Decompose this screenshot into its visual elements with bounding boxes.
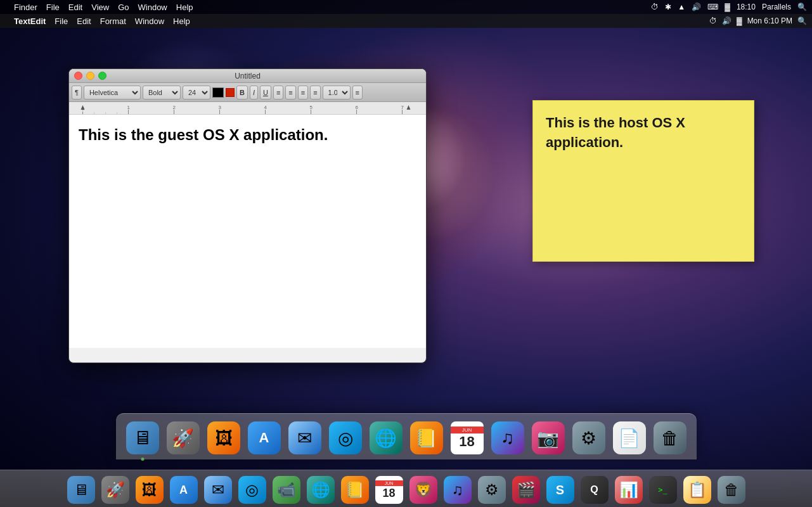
- text-color-swatch[interactable]: [212, 87, 224, 98]
- line-spacing-select[interactable]: 1.0: [323, 86, 351, 99]
- svg-text:5: 5: [310, 105, 313, 110]
- svg-text:1: 1: [127, 105, 131, 110]
- dock-itunes[interactable]: ♫: [489, 419, 527, 457]
- sys-menu-view[interactable]: View: [91, 3, 109, 12]
- dock-sysprefs[interactable]: ⚙: [570, 419, 608, 457]
- window-minimize-button[interactable]: [86, 72, 94, 80]
- sys-menu-file[interactable]: File: [46, 3, 60, 12]
- paragraph-style-button[interactable]: ¶: [72, 86, 82, 99]
- window-ruler: 0 1 2 3 4 5 6 7: [69, 102, 426, 115]
- document-area[interactable]: This is the guest OS X application.: [69, 115, 426, 348]
- sticky-note: This is the host OS X application.: [532, 100, 754, 262]
- app-volume-icon[interactable]: 🔊: [722, 16, 731, 25]
- app-datetime: Mon 6:10 PM: [747, 16, 792, 25]
- dock-launchpad[interactable]: 🚀: [164, 419, 202, 457]
- align-center-button[interactable]: ≡: [285, 86, 295, 99]
- app-menubar: TextEdit File Edit Format Window Help ⏱ …: [0, 14, 812, 28]
- dock-finder[interactable]: 🖥: [124, 419, 162, 457]
- dock-photos[interactable]: 🖼: [205, 419, 243, 457]
- app-time-machine-icon[interactable]: ⏱: [709, 16, 717, 25]
- calendar-sm-month: JUN: [375, 480, 403, 486]
- dock-calendar[interactable]: JUN 18: [448, 419, 486, 457]
- sys-search-icon[interactable]: 🔍: [797, 3, 807, 11]
- sys-menu-window[interactable]: Window: [138, 3, 167, 12]
- dock-appstore[interactable]: A: [245, 419, 283, 457]
- dock-sm-mail[interactable]: ✉: [202, 474, 234, 506]
- app-menu-window[interactable]: Window: [135, 16, 164, 26]
- app-menu-right: ⏱ 🔊 ▓ Mon 6:10 PM 🔍: [709, 16, 807, 25]
- list-style-button[interactable]: ≡: [352, 86, 363, 99]
- window-title: Untitled: [235, 72, 261, 80]
- dock-trash[interactable]: 🗑: [651, 419, 689, 457]
- highlight-color-swatch[interactable]: [226, 88, 235, 97]
- battery-icon[interactable]: ▓: [725, 3, 730, 11]
- dock-sm-facetime[interactable]: 📹: [271, 474, 302, 506]
- dock-sm-calendar[interactable]: JUN 18: [373, 474, 405, 506]
- bottom-dock: 🖥 🚀 🖼 A ✉ ◎ 📹 🌐 📒: [0, 470, 812, 507]
- app-menu-help[interactable]: Help: [173, 16, 190, 26]
- font-size-select[interactable]: 24: [183, 86, 210, 99]
- time-machine-icon[interactable]: ⏱: [651, 3, 659, 11]
- align-right-button[interactable]: ≡: [298, 86, 308, 99]
- dock-sm-safari[interactable]: ◎: [236, 474, 268, 506]
- window-maximize-button[interactable]: [98, 72, 106, 80]
- dock-sm-quicktime[interactable]: Q: [579, 474, 610, 506]
- calendar-month: JUN: [451, 427, 484, 433]
- window-toolbar: ¶ Helvetica Bold 24 B I U ≡ ≡ ≡ ≡ 1.0 ≡: [69, 83, 426, 102]
- sys-menu-go[interactable]: Go: [118, 3, 129, 12]
- window-close-button[interactable]: [74, 72, 82, 80]
- dock-sm-notes[interactable]: 📋: [681, 474, 713, 506]
- dock-iphoto[interactable]: 📷: [529, 419, 567, 457]
- sys-menu-finder[interactable]: Finder: [14, 3, 37, 12]
- parallels-label[interactable]: Parallels: [762, 3, 791, 11]
- dock-safari[interactable]: ◎: [326, 419, 364, 457]
- dock-globe[interactable]: 🌐: [367, 419, 405, 457]
- bluetooth-icon[interactable]: ✱: [665, 3, 671, 11]
- align-justify-button[interactable]: ≡: [310, 86, 320, 99]
- app-menu-format[interactable]: Format: [100, 16, 126, 26]
- dock-sm-activity[interactable]: 📊: [613, 474, 645, 506]
- italic-button[interactable]: I: [250, 86, 258, 99]
- sticky-note-text: This is the host OS X application.: [546, 113, 741, 153]
- dock-sm-addressbook[interactable]: 📒: [339, 474, 371, 506]
- svg-text:6: 6: [356, 105, 359, 110]
- dock-sm-globe[interactable]: 🌐: [305, 474, 337, 506]
- dock-sm-sysprefs[interactable]: ⚙: [476, 474, 508, 506]
- desktop: Finder File Edit View Go Window Help ⏱ ✱…: [0, 0, 812, 507]
- sys-menu-help[interactable]: Help: [176, 3, 193, 12]
- dock-sm-appstore[interactable]: A: [168, 474, 200, 506]
- dock-mail[interactable]: ✉: [286, 419, 324, 457]
- window-controls: [74, 72, 106, 80]
- dock-sm-skype[interactable]: S: [545, 474, 576, 506]
- dock-sm-trash[interactable]: 🗑: [716, 474, 747, 506]
- svg-text:2: 2: [173, 105, 176, 110]
- dock-sm-launchpad[interactable]: 🚀: [100, 474, 131, 506]
- dock-textedit[interactable]: 📄: [610, 419, 648, 457]
- sys-menu-edit[interactable]: Edit: [68, 3, 82, 12]
- system-time: 18:10: [737, 3, 756, 11]
- font-style-select[interactable]: Bold: [143, 86, 181, 99]
- dock-sm-terminal[interactable]: >_: [647, 474, 679, 506]
- dock-sm-itunes[interactable]: ♫: [442, 474, 474, 506]
- dock-sm-iphoto2[interactable]: 🦁: [408, 474, 439, 506]
- keyboard-icon[interactable]: ⌨: [707, 3, 718, 11]
- app-menu-file[interactable]: File: [55, 16, 68, 26]
- calendar-date: 18: [459, 433, 474, 450]
- volume-icon[interactable]: 🔊: [692, 3, 701, 11]
- dock-sm-photos[interactable]: 🖼: [134, 474, 165, 506]
- main-dock: 🖥 🚀 🖼 A ✉ ◎ 🌐: [116, 413, 697, 459]
- dock-addressbook[interactable]: 📒: [408, 419, 446, 457]
- app-battery-icon[interactable]: ▓: [737, 16, 742, 25]
- dock-sm-imovie[interactable]: 🎬: [510, 474, 542, 506]
- wifi-icon[interactable]: ▲: [678, 3, 685, 11]
- dock-sm-finder[interactable]: 🖥: [65, 474, 97, 506]
- underline-button[interactable]: U: [260, 86, 271, 99]
- align-left-button[interactable]: ≡: [273, 86, 283, 99]
- bold-button[interactable]: B: [236, 86, 248, 99]
- font-family-select[interactable]: Helvetica: [84, 86, 141, 99]
- svg-text:7: 7: [401, 105, 404, 110]
- app-menu-edit[interactable]: Edit: [77, 16, 91, 26]
- app-search-icon[interactable]: 🔍: [797, 16, 807, 25]
- app-name: TextEdit: [14, 16, 46, 26]
- document-text[interactable]: This is the guest OS X application.: [79, 124, 416, 146]
